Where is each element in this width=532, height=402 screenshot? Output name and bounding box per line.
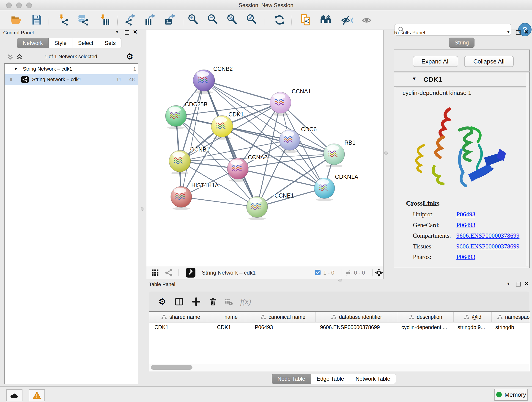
crosslink-value-link[interactable]: 9606.ENSP00000378699 <box>456 243 519 250</box>
node-RB1[interactable]: RB1 <box>323 139 355 167</box>
crosslink-value-link[interactable]: P06493 <box>456 222 475 229</box>
tab-string[interactable]: String <box>449 38 475 48</box>
table-cell[interactable]: cyclin-dependent ... <box>396 322 452 332</box>
table-cell[interactable]: stringdb <box>490 322 530 332</box>
node-HIST1H1A[interactable]: HIST1H1A <box>171 182 219 210</box>
collapse-triangle-icon[interactable]: ▼ <box>14 67 18 71</box>
network-graph[interactable]: CCNB2CCNA1CDC25BCDK1CDC6RB1CCNB1CCNA2CDK… <box>146 30 383 266</box>
zoom-in-icon[interactable] <box>187 13 200 26</box>
table-cell[interactable]: CDK1 <box>149 322 212 332</box>
right-splitter-handle[interactable] <box>384 152 388 155</box>
show-all-eye-icon[interactable] <box>360 13 373 26</box>
delete-column-trash-icon[interactable] <box>207 296 219 307</box>
export-table-icon[interactable] <box>144 13 157 26</box>
table-cell[interactable]: P06493 <box>250 322 315 332</box>
tab-node-table[interactable]: Node Table <box>272 374 311 384</box>
panel-close-icon[interactable]: ✕ <box>133 29 138 35</box>
zoom-selected-icon[interactable] <box>246 13 259 26</box>
delete-table-icon[interactable] <box>223 296 234 307</box>
function-builder-icon[interactable]: f(x) <box>240 296 252 307</box>
panel-float-icon[interactable]: ▾ <box>114 29 120 35</box>
shared-column-icon <box>497 314 503 319</box>
new-network-from-selection-icon[interactable] <box>299 13 312 26</box>
gear-icon[interactable]: ⚙ <box>126 52 133 61</box>
column-header-name[interactable]: name <box>212 312 250 322</box>
birds-eye-view-icon[interactable] <box>375 268 383 277</box>
results-scrollbar[interactable] <box>526 73 529 266</box>
column-header-canonical-name[interactable]: canonical name <box>250 312 316 322</box>
table-settings-gear-icon[interactable]: ⚙ <box>156 296 168 307</box>
edge-CCNA2-CDKN1A[interactable] <box>238 169 324 188</box>
gene-section-header[interactable]: ▼ CDK1 <box>394 72 529 87</box>
tab-sets[interactable]: Sets <box>99 38 121 48</box>
tab-edge-table[interactable]: Edge Table <box>311 374 350 384</box>
grid-view-icon[interactable] <box>152 269 159 276</box>
panel-float-icon[interactable]: ▾ <box>505 281 512 287</box>
show-columns-icon[interactable] <box>173 296 185 307</box>
table-cell[interactable]: 9606.ENSP00000378699 <box>315 322 396 332</box>
shared-column-icon <box>409 314 414 319</box>
cloud-status-button[interactable] <box>6 389 22 401</box>
tab-network[interactable]: Network <box>17 38 49 48</box>
warning-status-button[interactable] <box>29 389 45 401</box>
status-bar: Memory <box>0 386 532 402</box>
panel-maximize-icon[interactable] <box>125 30 129 36</box>
crosslink-value-link[interactable]: P06493 <box>456 254 475 261</box>
network-row-selected[interactable]: String Network – cdk1 11 48 <box>5 74 138 85</box>
column-header-database-identifier[interactable]: database identifier <box>316 312 397 322</box>
zoom-out-icon[interactable] <box>207 13 220 26</box>
selected-checkbox-icon[interactable] <box>315 270 321 275</box>
node-CDKN1A[interactable]: CDKN1A <box>314 173 358 201</box>
memory-button[interactable]: Memory <box>494 389 528 401</box>
bottom-splitter-handle[interactable] <box>338 279 342 282</box>
table-horizontal-scrollbar[interactable] <box>149 364 530 371</box>
import-table-file-icon[interactable] <box>98 13 111 26</box>
create-column-plus-icon[interactable] <box>190 296 202 307</box>
open-session-icon[interactable] <box>10 13 22 26</box>
collapse-all-button[interactable]: Collapse All <box>464 56 514 67</box>
tab-network-table[interactable]: Network Table <box>350 374 396 384</box>
tab-style[interactable]: Style <box>49 38 72 48</box>
column-header-shared-name[interactable]: shared name <box>149 312 212 322</box>
first-neighbors-icon[interactable] <box>319 13 332 26</box>
panel-maximize-icon[interactable] <box>516 282 520 287</box>
panel-close-icon[interactable]: ✕ <box>524 281 529 287</box>
tab-select[interactable]: Select <box>72 38 99 48</box>
column-header--id[interactable]: @id <box>454 312 492 322</box>
node-CCNB2[interactable]: CCNB2 <box>193 65 233 94</box>
table-row[interactable]: CDK1CDK1P064939606.ENSP00000378699cyclin… <box>149 322 530 332</box>
panel-close-icon[interactable]: ✕ <box>524 29 529 35</box>
network-collection-row[interactable]: ▼ String Network – cdk1 1 <box>5 64 138 74</box>
expand-all-button[interactable]: Expand All <box>413 56 458 67</box>
edge-CCNB2-HIST1H1A[interactable] <box>181 80 204 197</box>
save-session-icon[interactable] <box>30 13 43 26</box>
network-thumbnails-icon[interactable] <box>165 269 173 277</box>
node-CCNE1[interactable]: CCNE1 <box>247 192 294 220</box>
hide-selection-eye-slash-icon[interactable] <box>341 13 354 26</box>
import-network-database-icon[interactable] <box>77 13 89 26</box>
zoom-fit-icon[interactable] <box>226 13 239 26</box>
bar-separator <box>342 269 342 276</box>
table-cell[interactable]: CDK1 <box>212 322 250 332</box>
panel-float-icon[interactable]: ▾ <box>505 29 512 35</box>
panel-maximize-icon[interactable] <box>516 30 520 36</box>
edge-HIST1H1A-CCNE1[interactable] <box>181 197 257 207</box>
edge-CCNB2-CCNA1[interactable] <box>204 80 280 103</box>
column-header-namespace[interactable]: namespace <box>492 312 530 322</box>
selected-node-edge-counts: 1 - 0 <box>323 269 334 276</box>
import-network-file-icon[interactable] <box>57 13 70 26</box>
column-header-description[interactable]: description <box>397 312 454 322</box>
refresh-view-icon[interactable] <box>273 13 286 26</box>
collapse-triangle-icon[interactable]: ▼ <box>412 76 417 81</box>
export-image-icon[interactable] <box>164 13 177 26</box>
detach-view-icon[interactable] <box>186 268 196 278</box>
left-splitter-handle[interactable] <box>141 207 144 211</box>
node-CCNA1[interactable]: CCNA1 <box>270 88 311 116</box>
crosslink-value-link[interactable]: P06493 <box>456 211 475 218</box>
window-titlebar: Session: New Session <box>0 0 532 10</box>
node-CDK1[interactable]: CDK1 <box>211 111 244 140</box>
export-network-icon[interactable] <box>124 13 137 26</box>
crosslink-value-link[interactable]: 9606.ENSP00000378699 <box>456 232 519 239</box>
table-cell[interactable]: stringdb:9... <box>452 322 490 332</box>
scrollbar-thumb[interactable] <box>151 365 192 370</box>
